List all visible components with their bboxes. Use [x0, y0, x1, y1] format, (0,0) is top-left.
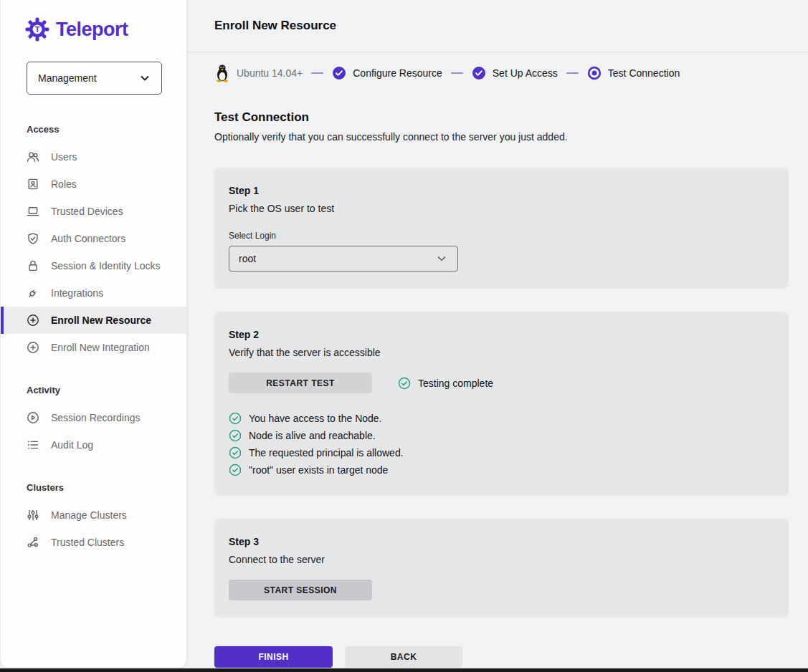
- test-connection-content: Test Connection Optionally verify that y…: [186, 84, 808, 668]
- sidebar-item-trusted-clusters[interactable]: Trusted Clusters: [1, 529, 186, 556]
- teleport-gear-icon: T: [25, 17, 49, 42]
- step1-description: Pick the OS user to test: [229, 203, 774, 214]
- stepper-step-test-connection: Test Connection: [587, 66, 680, 80]
- play-circle-icon: [27, 411, 39, 424]
- app-root: T Teleport Management Access Users: [0, 0, 808, 672]
- check-item: The requested principal is allowed.: [229, 444, 774, 461]
- shield-check-icon: [27, 232, 39, 245]
- back-button[interactable]: BACK: [345, 646, 462, 668]
- sidebar-item-enroll-new-integration[interactable]: Enroll New Integration: [1, 334, 186, 361]
- stepper-resource-label: Ubuntu 14.04+: [237, 67, 303, 79]
- sidebar-item-manage-clusters[interactable]: Manage Clusters: [1, 501, 186, 529]
- plus-circle-icon: [27, 341, 39, 354]
- svg-text:T: T: [35, 25, 40, 34]
- success-check-icon: [229, 464, 242, 476]
- enroll-stepper: Ubuntu 14.04+ Configure Resource Set Up …: [186, 52, 808, 84]
- sidebar-item-users[interactable]: Users: [1, 143, 186, 171]
- step3-card: Step 3 Connect to the server START SESSI…: [214, 519, 789, 618]
- sidebar-item-enroll-new-resource[interactable]: Enroll New Resource: [1, 307, 186, 334]
- test-check-list: You have access to the Node. Node is ali…: [229, 410, 774, 479]
- sidebar-item-integrations[interactable]: Integrations: [1, 279, 186, 307]
- finish-button[interactable]: FINISH: [214, 646, 333, 668]
- step3-description: Connect to the server: [229, 554, 774, 565]
- page-title: Enroll New Resource: [214, 19, 336, 33]
- main-panel: Enroll New Resource Ubuntu 14.04+: [186, 0, 808, 672]
- step3-title: Step 3: [229, 536, 774, 547]
- check-item: "root" user exists in target node: [229, 461, 774, 479]
- success-check-icon: [229, 412, 242, 425]
- start-session-button[interactable]: START SESSION: [229, 580, 372, 600]
- plug-icon: [27, 287, 39, 299]
- step-done-check-icon: [332, 66, 346, 80]
- window-bottom-edge: [0, 668, 808, 672]
- step2-description: Verify that the server is accessible: [229, 347, 774, 358]
- sidebar-group-activity: Session Recordings Audit Log: [1, 404, 186, 459]
- sidebar: T Teleport Management Access Users: [0, 0, 186, 668]
- success-check-icon: [229, 446, 242, 459]
- sidebar-item-trusted-devices[interactable]: Trusted Devices: [1, 198, 186, 225]
- network-nodes-icon: [27, 536, 39, 549]
- login-select[interactable]: root: [229, 246, 458, 272]
- section-subtitle: Optionally verify that you can successfu…: [214, 131, 808, 143]
- id-card-icon: [27, 178, 39, 191]
- users-icon: [27, 150, 39, 163]
- sidebar-group-clusters: Manage Clusters Trusted Clusters: [1, 501, 186, 556]
- sidebar-item-session-identity-locks[interactable]: Session & Identity Locks: [1, 252, 186, 279]
- lock-icon: [27, 259, 39, 272]
- sidebar-section-access: Access: [1, 124, 186, 135]
- restart-test-button[interactable]: RESTART TEST: [229, 373, 372, 393]
- test-status: Testing complete: [398, 377, 493, 390]
- step-current-bullseye-icon: [587, 66, 602, 80]
- chevron-down-icon: [435, 252, 448, 265]
- brand-wordmark: Teleport: [56, 19, 128, 41]
- stepper-separator: [566, 72, 579, 74]
- check-item: You have access to the Node.: [229, 410, 774, 427]
- success-check-icon: [229, 429, 242, 442]
- sidebar-item-audit-log[interactable]: Audit Log: [1, 431, 186, 459]
- select-login-label: Select Login: [229, 231, 774, 241]
- login-select-value: root: [239, 253, 256, 264]
- stepper-separator: [451, 72, 463, 74]
- step2-title: Step 2: [229, 329, 774, 340]
- stepper-step-configure-resource: Configure Resource: [332, 66, 442, 80]
- success-check-icon: [398, 377, 411, 390]
- step1-card: Step 1 Pick the OS user to test Select L…: [214, 168, 789, 289]
- page-header: Enroll New Resource: [186, 0, 808, 52]
- sidebar-item-auth-connectors[interactable]: Auth Connectors: [1, 225, 186, 252]
- plus-circle-icon: [27, 314, 39, 327]
- sidebar-group-access: Users Roles Trusted Devices: [1, 143, 186, 361]
- sidebar-item-session-recordings[interactable]: Session Recordings: [1, 404, 186, 431]
- stepper-separator: [311, 72, 323, 74]
- sidebar-section-clusters: Clusters: [1, 482, 186, 493]
- workspace-selector[interactable]: Management: [27, 62, 162, 95]
- step-done-check-icon: [472, 66, 486, 80]
- laptop-icon: [27, 205, 39, 218]
- teleport-logo[interactable]: T Teleport: [1, 0, 186, 42]
- test-status-label: Testing complete: [418, 378, 493, 389]
- workspace-selector-value: Management: [38, 72, 97, 84]
- sidebar-item-roles[interactable]: Roles: [1, 171, 186, 198]
- check-item: Node is alive and reachable.: [229, 427, 774, 444]
- step2-card: Step 2 Verify that the server is accessi…: [214, 312, 789, 496]
- footer-actions: FINISH BACK: [214, 646, 808, 668]
- sidebar-section-activity: Activity: [1, 385, 186, 395]
- linux-tux-icon: [214, 64, 230, 82]
- section-title: Test Connection: [214, 110, 808, 125]
- step1-title: Step 1: [229, 185, 774, 196]
- list-icon: [27, 438, 39, 451]
- stepper-step-set-up-access: Set Up Access: [472, 66, 558, 80]
- sliders-icon: [27, 509, 39, 522]
- chevron-down-icon: [139, 72, 151, 84]
